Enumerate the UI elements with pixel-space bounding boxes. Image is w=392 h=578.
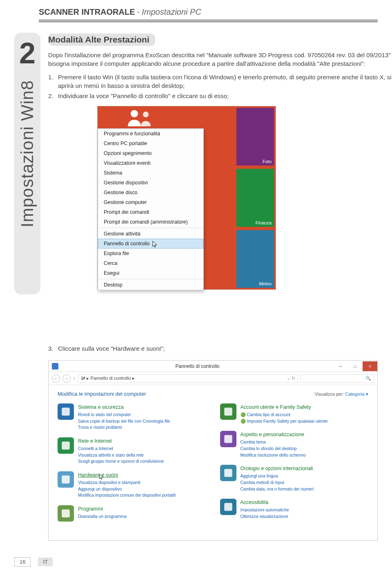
cp-category: Orologio e opzioni internazionaliAggiung… — [220, 465, 369, 492]
cp-category-sublink[interactable]: 🟢 Cambia tipo di account — [241, 412, 328, 418]
window-buttons: ─ □ × — [333, 361, 377, 371]
menu-cerca[interactable]: Cerca — [98, 258, 203, 268]
svg-rect-4 — [62, 475, 70, 484]
cp-category-title[interactable]: Orologio e opzioni internazionali — [241, 465, 314, 473]
page-footer: 16 IT — [14, 557, 53, 567]
step-2: 2.Individuare la voce "Pannello di contr… — [48, 92, 392, 100]
svg-point-1 — [143, 112, 149, 117]
menu-prompt-comandi[interactable]: Prompt dei comandi — [98, 207, 203, 217]
winx-context-menu: Programmi e funzionalità Centro PC porta… — [98, 128, 204, 290]
cp-window-title: Pannello di controllo — [62, 363, 333, 369]
cp-category-sublink[interactable]: Connetti a Internet — [78, 446, 164, 452]
breadcrumb-box[interactable]: 🖳 ▸Pannello di controllo ▸ ⌄ ↻ — [78, 374, 298, 383]
cp-category-sublink[interactable]: Salva copie di backup dei file con Crono… — [78, 418, 170, 425]
cp-search-input[interactable]: 🔍 — [301, 374, 374, 383]
cp-category-icon — [220, 499, 236, 515]
menu-pannello-controllo-highlight[interactable]: Pannello di controllo — [98, 239, 203, 249]
menu-programmi[interactable]: Programmi e funzionalità — [98, 129, 203, 139]
cp-category-sublink[interactable]: Visualizza dispositivi e stampanti — [78, 479, 176, 486]
cp-category: Aspetto e personalizzazioneCambia temaCa… — [220, 431, 369, 458]
cp-category-sublink[interactable]: Cambia metodi di input — [241, 479, 314, 486]
cp-category-sublink[interactable]: Modifica impostazioni comuni dei disposi… — [78, 492, 176, 499]
menu-visualizzatore-eventi[interactable]: Visualizzatore eventi — [98, 158, 203, 168]
cp-category-title[interactable]: Account utente e Family Safety — [241, 403, 328, 411]
cp-category-icon — [58, 471, 74, 488]
cp-category-sublink[interactable]: Trova e risolvi problemi — [78, 424, 170, 431]
header-rule — [39, 19, 378, 22]
cp-app-icon — [52, 363, 58, 370]
nav-forward-button[interactable]: → — [62, 374, 71, 383]
cp-category-sublink[interactable]: Cambia data, ora o formato dei numeri — [241, 486, 314, 493]
tile-foto[interactable]: Foto — [236, 108, 274, 166]
cp-category: ProgrammiDisinstalla un programma — [58, 505, 206, 522]
menu-gestione-computer[interactable]: Gestione computer — [98, 197, 203, 207]
svg-rect-9 — [224, 503, 232, 511]
cp-category-icon — [58, 437, 74, 454]
nav-back-button[interactable]: ← — [52, 374, 60, 383]
chapter-label: Impostazioni Win8 — [18, 80, 37, 227]
cp-category-title[interactable]: Sistema e sicurezza — [78, 403, 170, 411]
cursor-icon — [99, 474, 104, 480]
control-panel-window: Pannello di controllo ─ □ × ← → ↑ 🖳 ▸Pan… — [48, 360, 378, 541]
menu-sistema[interactable]: Sistema — [98, 168, 203, 178]
nav-up-icon[interactable]: ↑ — [73, 376, 76, 381]
cp-body-title: Modifica le impostazioni del computer — [58, 391, 146, 397]
step-1: 1.Premere il tasto Win (il tasto sulla t… — [48, 73, 392, 90]
step-list-3: 3.Cliccare sulla voce "Hardware e suoni"… — [48, 344, 378, 353]
section-heading: Modalità Alte Prestazioni — [48, 34, 155, 46]
cp-category-sublink[interactable]: Scegli gruppo home e opzioni di condivis… — [78, 458, 164, 465]
menu-prompt-admin[interactable]: Prompt dei comandi (amministratore) — [98, 217, 203, 227]
maximize-button[interactable]: □ — [348, 361, 363, 371]
tile-column: Foto Finanza Meteo — [235, 106, 276, 289]
close-button[interactable]: × — [363, 361, 377, 371]
menu-gestione-attivita[interactable]: Gestione attività — [98, 229, 203, 239]
cp-titlebar: Pannello di controllo ─ □ × — [49, 361, 377, 372]
page-header: SCANNER INTRAORALE - Impostazioni PC — [39, 7, 378, 22]
cp-category-title[interactable]: Programmi — [78, 505, 127, 513]
menu-gestione-disco[interactable]: Gestione disco — [98, 188, 203, 197]
menu-opzioni-spegnimento[interactable]: Opzioni spegnimento — [98, 148, 203, 158]
header-subtitle: - Impostazioni PC — [137, 7, 201, 16]
cp-category-sublink[interactable]: Aggiungi una lingua — [241, 473, 314, 479]
cp-category-sublink[interactable]: Cambia tema — [241, 439, 306, 446]
cp-category-title[interactable]: Aspetto e personalizzazione — [241, 431, 306, 439]
cp-view-selector[interactable]: Visualizza per: Categoria ▾ — [315, 392, 368, 397]
cp-category-icon — [220, 431, 236, 447]
cp-category-sublink[interactable]: Cambia lo sfondo del desktop — [241, 446, 306, 452]
cp-body-header: Modifica le impostazioni del computer Vi… — [58, 391, 368, 397]
cp-category-sublink[interactable]: Rivedi lo stato del computer — [78, 412, 170, 418]
cp-category-icon — [58, 403, 74, 420]
search-icon: 🔍 — [365, 376, 371, 381]
cursor-icon — [152, 241, 158, 248]
cp-category-sublink[interactable]: Modifica risoluzione dello schermo — [241, 452, 306, 459]
people-icon — [122, 108, 159, 128]
cp-category-sublink[interactable]: 🟢 Imposta Family Safety per qualsiasi ut… — [241, 418, 328, 425]
cp-category-sublink[interactable]: Ottimizza visualizzazione — [241, 513, 289, 520]
cp-category-sublink[interactable]: Aggiungi un dispositivo — [78, 486, 176, 493]
sidebar-tab: 2 Impostazioni Win8 — [14, 33, 40, 294]
cp-category-sublink[interactable]: Visualizza attività e stato della rete — [78, 452, 164, 459]
cp-category-sublink[interactable]: Disinstalla un programma — [78, 513, 127, 520]
page-number: 16 — [14, 557, 31, 567]
cp-category-title[interactable]: Rete e Internet — [78, 437, 164, 445]
svg-rect-2 — [62, 408, 70, 416]
cp-category-title[interactable]: Hardware e suoni — [78, 471, 176, 479]
cp-category: Hardware e suoniVisualizza dispositivi e… — [58, 471, 206, 499]
tile-meteo[interactable]: Meteo — [236, 230, 274, 288]
svg-rect-5 — [62, 509, 70, 518]
cp-view-value[interactable]: Categoria ▾ — [345, 392, 368, 397]
menu-gestione-dispositivi[interactable]: Gestione dispositivi — [98, 178, 203, 188]
menu-esplora-file[interactable]: Esplora file — [98, 249, 203, 258]
cp-category-sublink[interactable]: Impostazioni automatiche — [241, 507, 289, 513]
menu-desktop[interactable]: Desktop — [98, 280, 203, 290]
minimize-button[interactable]: ─ — [333, 361, 348, 371]
step-list-12: 1.Premere il tasto Win (il tasto sulla t… — [48, 73, 392, 100]
cp-columns: Sistema e sicurezzaRivedi lo stato del c… — [58, 403, 368, 528]
tile-finanza[interactable]: Finanza — [236, 169, 274, 226]
menu-esegui[interactable]: Esegui — [98, 268, 203, 278]
cp-category-title[interactable]: Accessibilità — [241, 499, 289, 506]
intro-paragraph: Dopo l'installazione del programma ExoSc… — [48, 51, 392, 68]
cp-category: Sistema e sicurezzaRivedi lo stato del c… — [58, 403, 206, 431]
menu-centro-pc[interactable]: Centro PC portatile — [98, 139, 203, 148]
cp-right-column: Account utente e Family Safety🟢 Cambia t… — [220, 403, 369, 528]
